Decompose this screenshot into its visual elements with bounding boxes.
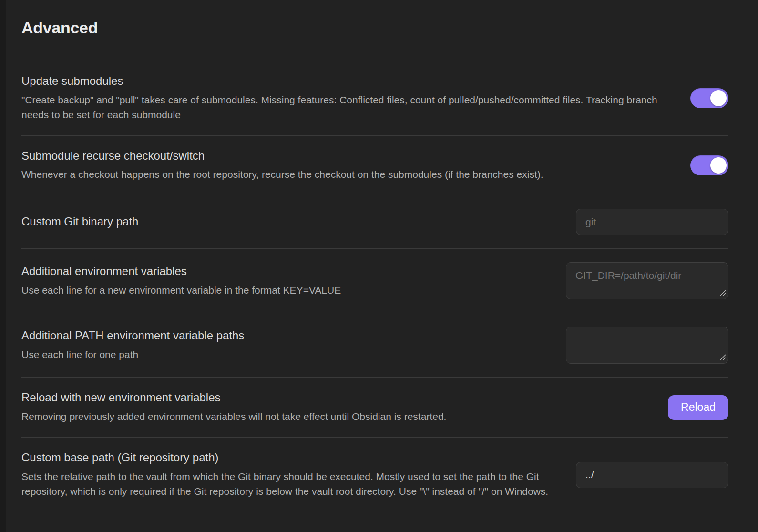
setting-info: Additional environment variables Use eac… xyxy=(21,265,554,297)
setting-info: Submodule recurse checkout/switch Whenev… xyxy=(21,149,679,182)
setting-control xyxy=(566,262,728,299)
setting-control xyxy=(576,462,728,488)
setting-row-reload-env: Reload with new environment variables Re… xyxy=(21,377,728,437)
setting-row-submodule-recurse: Submodule recurse checkout/switch Whenev… xyxy=(21,135,728,195)
setting-description: Whenever a checkout happens on the root … xyxy=(21,167,679,182)
setting-description: Use each line for one path xyxy=(21,347,554,362)
setting-name: Additional environment variables xyxy=(21,265,554,278)
setting-info: Custom Git binary path xyxy=(21,215,564,229)
setting-name: Custom base path (Git repository path) xyxy=(21,451,564,465)
toggle-knob xyxy=(710,90,727,106)
setting-name: Additional PATH environment variable pat… xyxy=(21,329,554,343)
settings-page-advanced: Advanced Update submodules "Create backu… xyxy=(6,0,758,520)
setting-row-custom-base-path: Custom base path (Git repository path) S… xyxy=(21,437,728,512)
setting-row-git-binary-path: Custom Git binary path xyxy=(21,195,728,248)
setting-row-update-submodules: Update submodules "Create backup" and "p… xyxy=(21,61,728,135)
bottom-divider xyxy=(21,512,728,520)
setting-control xyxy=(576,209,728,235)
path-env-paths-textarea[interactable] xyxy=(566,327,728,364)
setting-row-path-env-paths: Additional PATH environment variable pat… xyxy=(21,313,728,377)
setting-info: Custom base path (Git repository path) S… xyxy=(21,451,564,499)
setting-info: Additional PATH environment variable pat… xyxy=(21,329,554,362)
setting-control xyxy=(690,155,728,175)
git-binary-path-input[interactable] xyxy=(576,209,728,235)
submodule-recurse-toggle[interactable] xyxy=(690,155,728,175)
toggle-knob xyxy=(710,157,727,174)
setting-name: Reload with new environment variables xyxy=(21,391,656,405)
setting-name: Submodule recurse checkout/switch xyxy=(21,149,679,163)
custom-base-path-input[interactable] xyxy=(576,462,728,488)
setting-description: Use each line for a new environment vari… xyxy=(21,283,554,297)
reload-button[interactable]: Reload xyxy=(668,395,728,420)
setting-info: Update submodules "Create backup" and "p… xyxy=(21,74,679,122)
update-submodules-toggle[interactable] xyxy=(690,88,728,108)
textarea-wrap xyxy=(566,327,728,364)
resize-handle-icon[interactable] xyxy=(718,288,726,296)
setting-control: Reload xyxy=(668,395,728,420)
textarea-wrap xyxy=(566,262,728,299)
setting-description: "Create backup" and "pull" takes care of… xyxy=(21,92,679,122)
setting-description: Sets the relative path to the vault from… xyxy=(21,469,564,499)
setting-row-env-variables: Additional environment variables Use eac… xyxy=(21,248,728,313)
setting-info: Reload with new environment variables Re… xyxy=(21,391,656,424)
page-title: Advanced xyxy=(21,18,728,38)
setting-name: Custom Git binary path xyxy=(21,215,564,229)
env-variables-textarea[interactable] xyxy=(566,262,728,299)
window-edge xyxy=(0,0,6,532)
setting-control xyxy=(690,88,728,108)
setting-description: Removing previously added environment va… xyxy=(21,409,656,424)
resize-handle-icon[interactable] xyxy=(718,353,726,360)
setting-control xyxy=(566,327,728,364)
setting-name: Update submodules xyxy=(21,74,679,88)
